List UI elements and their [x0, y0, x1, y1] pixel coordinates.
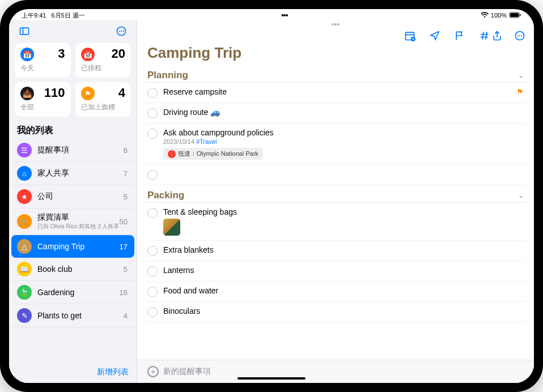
list-name: 提醒事項: [37, 145, 124, 155]
share-icon[interactable]: [491, 29, 503, 42]
reminder-row[interactable]: Reserve campsite ⚑: [145, 83, 526, 103]
svg-point-7: [121, 31, 122, 32]
new-list-button[interactable]: 新增列表: [97, 367, 129, 376]
reminder-row[interactable]: Binoculars: [145, 302, 526, 322]
reminder-title: Binoculars: [163, 306, 524, 316]
reminder-title: Tent & sleeping bags: [163, 207, 524, 216]
chevron-down-icon: ⌄: [518, 191, 524, 199]
smart-card-2[interactable]: 📥 110 全部: [15, 82, 71, 117]
list-name: 公司: [37, 191, 124, 202]
svg-point-13: [517, 35, 519, 36]
list-icon: ⌂: [17, 166, 32, 181]
list-count: 50: [120, 218, 128, 226]
list-icon: 🍃: [17, 285, 32, 300]
svg-rect-3: [20, 28, 29, 35]
checkbox[interactable]: [147, 88, 158, 98]
svg-rect-2: [520, 14, 521, 16]
reminder-title: Extra blankets: [163, 245, 524, 254]
home-indicator[interactable]: [237, 377, 306, 380]
svg-point-15: [521, 35, 522, 36]
list-title: Camping Trip: [137, 43, 534, 65]
list-icon: ✎: [17, 308, 32, 323]
list-row[interactable]: ★ 公司 5: [11, 185, 134, 208]
status-date: 6月5日 週一: [51, 12, 84, 19]
svg-point-6: [119, 31, 120, 32]
hashtag-icon[interactable]: [478, 29, 491, 42]
list-count: 17: [120, 242, 128, 251]
list-icon: ☰: [17, 143, 32, 157]
card-label: 全部: [20, 103, 65, 112]
reminder-row[interactable]: [145, 165, 526, 185]
calendar-add-icon[interactable]: [404, 29, 416, 42]
reminder-title: Reserve campsite: [163, 87, 511, 96]
reminder-title: Ask about campground policies: [163, 128, 524, 137]
svg-point-8: [122, 31, 124, 32]
list-name: 採買清單已與 Olivia Rico 和其他 3 人共享: [37, 212, 120, 231]
section-name: Packing: [147, 190, 184, 201]
list-count: 4: [124, 312, 128, 320]
list-count: 16: [120, 288, 128, 297]
checkbox[interactable]: [147, 246, 158, 256]
checkbox[interactable]: [147, 129, 158, 139]
location-chip[interactable]: 📍抵達：Olympic National Park: [163, 148, 263, 160]
list-row[interactable]: ☰ 提醒事項 6: [11, 139, 134, 162]
reminder-title: Lanterns: [163, 266, 524, 275]
list-subtitle: 已與 Olivia Rico 和其他 3 人共享: [37, 223, 120, 231]
checkbox[interactable]: [147, 208, 158, 218]
reminder-row[interactable]: Tent & sleeping bags: [145, 203, 526, 241]
toolbar: [137, 27, 534, 43]
checkbox[interactable]: [147, 307, 158, 317]
card-label: 已排程: [81, 63, 126, 73]
reminder-title: Food and water: [163, 286, 524, 295]
checkbox[interactable]: [147, 287, 158, 297]
chevron-down-icon: ⌄: [518, 71, 524, 79]
list-row[interactable]: △ Camping Trip 17: [11, 235, 134, 258]
flag-indicator-icon: ⚑: [516, 87, 524, 96]
attachment-thumb[interactable]: [163, 219, 180, 236]
list-row[interactable]: 🛒 採買清單已與 Olivia Rico 和其他 3 人共享 50: [11, 208, 134, 235]
plus-icon: +: [147, 366, 159, 377]
smart-card-3[interactable]: ⚑ 4 已加上旗標: [75, 82, 131, 117]
list-count: 7: [124, 169, 128, 178]
new-reminder-label: 新的提醒事項: [163, 367, 211, 377]
grab-handle-icon[interactable]: •••: [137, 20, 534, 27]
reminder-row[interactable]: Extra blankets: [145, 241, 526, 261]
flag-icon[interactable]: [453, 29, 466, 42]
reminder-row[interactable]: Food and water: [145, 282, 526, 302]
list-name: Gardening: [37, 288, 120, 297]
smart-list-cards: 📅 3 今天📅 20 已排程📥 110 全部⚑ 4 已加上旗標: [9, 41, 137, 121]
svg-rect-1: [510, 12, 519, 16]
reminder-row[interactable]: Lanterns: [145, 261, 526, 282]
checkbox[interactable]: [147, 170, 158, 180]
card-label: 今天: [20, 63, 65, 73]
smart-card-0[interactable]: 📅 3 今天: [15, 43, 71, 78]
list-row[interactable]: 📖 Book club 5: [11, 258, 134, 281]
card-count: 3: [58, 46, 65, 61]
lists-container: ☰ 提醒事項 6⌂ 家人共享 7★ 公司 5🛒 採買清單已與 Olivia Ri…: [9, 139, 137, 361]
list-row[interactable]: 🍃 Gardening 16: [11, 281, 134, 304]
list-count: 5: [124, 193, 128, 201]
more-icon[interactable]: [514, 29, 526, 42]
reminder-row[interactable]: Ask about campground policies2023/10/14 …: [145, 123, 526, 165]
smart-card-1[interactable]: 📅 20 已排程: [75, 43, 131, 78]
location-icon[interactable]: [429, 29, 441, 42]
list-icon: △: [17, 239, 32, 254]
list-row[interactable]: ⌂ 家人共享 7: [11, 162, 134, 185]
list-name: Camping Trip: [37, 242, 120, 251]
list-row[interactable]: ✎ Plants to get 4: [11, 304, 134, 327]
main-panel: ••• Camping Trip Planning ⌄ Reserve camp…: [137, 20, 534, 383]
more-icon[interactable]: [114, 24, 129, 39]
new-reminder-button[interactable]: + 新的提醒事項: [137, 360, 534, 383]
card-icon: 📥: [20, 87, 34, 100]
reminder-row[interactable]: Driving route 🚙: [145, 103, 526, 123]
pin-icon: 📍: [168, 150, 176, 158]
reminders-content[interactable]: Planning ⌄ Reserve campsite ⚑ Driving ro…: [137, 65, 534, 360]
wifi-icon: [481, 11, 489, 20]
section-header[interactable]: Planning ⌄: [145, 65, 526, 83]
card-icon: ⚑: [81, 87, 95, 100]
section-header[interactable]: Packing ⌄: [145, 185, 526, 203]
checkbox[interactable]: [147, 266, 158, 276]
sidebar-toggle-icon[interactable]: [17, 24, 32, 39]
checkbox[interactable]: [147, 108, 158, 118]
multitask-dots-icon[interactable]: •••: [281, 11, 288, 20]
